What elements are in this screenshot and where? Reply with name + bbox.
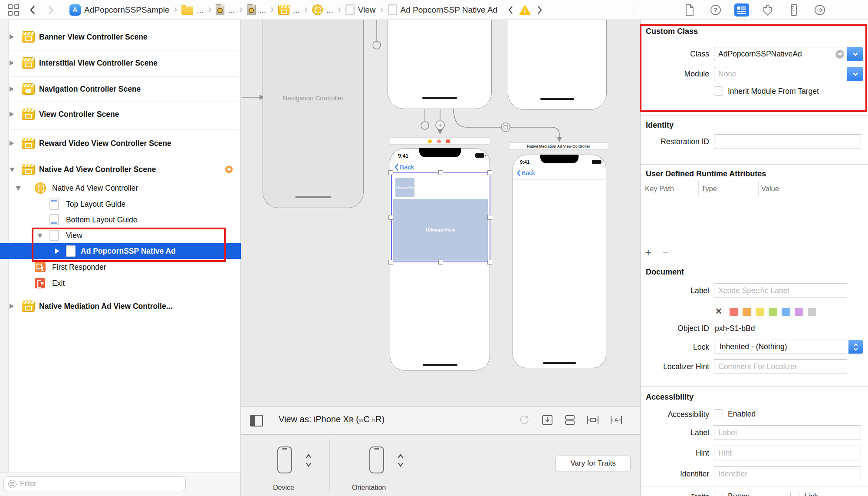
view-controller-dot-icon[interactable] xyxy=(428,139,432,143)
module-field[interactable] xyxy=(714,67,847,81)
restoration-id-input[interactable] xyxy=(714,135,861,149)
resize-handle[interactable] xyxy=(388,170,393,175)
resize-handle[interactable] xyxy=(388,260,393,265)
outline-row-interstitial-view-controller-scene[interactable]: Interstitial View Controller Scene xyxy=(0,55,241,71)
document-label-field[interactable] xyxy=(714,283,847,298)
identity-inspector-icon[interactable] xyxy=(734,3,749,17)
identifier-input[interactable] xyxy=(714,467,861,481)
label-color-swatch[interactable] xyxy=(743,308,751,316)
outline-row-native-ad-view-controller-scene[interactable]: Native Ad View Controller Scene xyxy=(0,162,241,177)
outline-row-banner-view-controller-scene[interactable]: Banner View Controller Scene xyxy=(0,29,241,45)
outline-row-reward-video-view-controller-scene[interactable]: Reward Video View Controller Scene xyxy=(0,136,241,151)
prev-issue-button[interactable] xyxy=(506,4,515,16)
back-nav-item[interactable]: Back xyxy=(395,163,414,171)
disclosure-triangle[interactable] xyxy=(55,248,59,254)
back-button[interactable] xyxy=(28,4,37,16)
connections-inspector-icon[interactable] xyxy=(812,3,827,17)
disclosure-triangle[interactable] xyxy=(16,186,21,191)
remove-attribute-button[interactable]: − xyxy=(662,246,669,259)
embed-icon[interactable] xyxy=(564,414,576,426)
attributes-inspector-icon[interactable] xyxy=(760,3,775,17)
disclosure-triangle[interactable] xyxy=(10,168,15,172)
breadcrumb-item[interactable]: ... xyxy=(181,5,204,15)
outline-row-view-controller-scene[interactable]: View Controller Scene xyxy=(0,106,241,122)
identifier-field[interactable] xyxy=(714,466,861,481)
disclosure-triangle[interactable] xyxy=(10,112,14,117)
orientation-stepper[interactable] xyxy=(397,453,404,468)
label-color-swatch[interactable] xyxy=(795,308,803,316)
native-ad-scene-phone[interactable]: 9:41 Back UIImageView UIImageView xyxy=(390,148,490,370)
breadcrumb-item[interactable]: ... xyxy=(216,4,235,15)
filter-field[interactable] xyxy=(3,476,186,491)
resize-handle[interactable] xyxy=(438,260,443,265)
disclosure-triangle[interactable] xyxy=(10,60,14,66)
device-stepper[interactable] xyxy=(305,453,312,468)
disclosure-triangle[interactable] xyxy=(10,304,14,309)
label-color-swatch[interactable] xyxy=(756,308,764,316)
breadcrumb-item[interactable]: ... xyxy=(247,4,266,15)
breadcrumb-item[interactable]: Ad PopcornSSP Native Ad xyxy=(388,4,498,15)
resize-handle[interactable] xyxy=(487,170,492,175)
accessibility-enabled-checkbox[interactable] xyxy=(714,409,723,418)
file-inspector-icon[interactable] xyxy=(682,3,697,17)
localizer-hint-field[interactable] xyxy=(714,359,847,374)
outline-row-native-mediation-ad-view-controlle[interactable]: Native Mediation Ad View Controlle... xyxy=(0,298,241,314)
scene-dock[interactable] xyxy=(390,137,490,145)
class-jump-arrow-icon[interactable] xyxy=(835,50,844,59)
warning-icon[interactable] xyxy=(519,5,531,15)
outline-toggle-icon[interactable] xyxy=(250,415,263,427)
top-scene-b[interactable] xyxy=(508,20,607,110)
trait-link-checkbox[interactable] xyxy=(790,492,799,496)
quick-help-inspector-icon[interactable]: ? xyxy=(708,3,723,17)
view-as-label[interactable]: View as: iPhone Xʀ (wC hR) xyxy=(279,414,385,424)
hint-input[interactable] xyxy=(714,446,861,460)
forward-button[interactable] xyxy=(46,4,56,16)
vary-for-traits-button[interactable]: Vary for Traits xyxy=(556,456,631,471)
disclosure-triangle[interactable] xyxy=(37,234,43,238)
disclosure-triangle[interactable] xyxy=(10,34,14,40)
class-input[interactable] xyxy=(714,47,847,61)
module-input[interactable] xyxy=(714,67,847,81)
resize-handle[interactable] xyxy=(438,170,443,175)
trait-button-checkbox[interactable] xyxy=(714,492,723,496)
class-dropdown-button[interactable] xyxy=(847,47,863,61)
update-frames-icon[interactable] xyxy=(541,414,553,426)
restoration-id-field[interactable] xyxy=(714,134,861,149)
outline-row-top-layout-guide[interactable]: Top Layout Guide xyxy=(0,196,241,212)
first-responder-dot-icon[interactable] xyxy=(437,139,441,143)
label-color-swatch[interactable] xyxy=(730,308,738,316)
outline-row-native-ad-view-controller[interactable]: Native Ad View Controller xyxy=(0,180,241,196)
inherit-module-checkbox[interactable] xyxy=(714,86,723,96)
align-icon[interactable] xyxy=(586,414,599,426)
navigation-controller-scene[interactable]: Navigation Controller xyxy=(263,20,364,208)
label-color-swatch[interactable] xyxy=(808,308,816,316)
device-phone-icon[interactable] xyxy=(277,446,292,473)
top-scene-a[interactable] xyxy=(388,20,492,109)
outline-row-navigation-controller-scene[interactable]: Navigation Controller Scene xyxy=(0,81,241,97)
accessibility-label-input[interactable] xyxy=(714,426,861,440)
breadcrumb-item[interactable]: AdPopcornSSPSample xyxy=(69,4,169,16)
outline-row-ad-popcornssp-native-ad[interactable]: Ad PopcornSSP Native Ad xyxy=(0,243,241,259)
back-nav-item[interactable]: Back xyxy=(517,169,535,176)
filter-input[interactable] xyxy=(20,479,168,488)
class-field[interactable] xyxy=(714,47,847,61)
lock-dropdown-stepper[interactable] xyxy=(848,340,863,354)
hint-field[interactable] xyxy=(714,446,861,460)
size-inspector-icon[interactable] xyxy=(786,3,801,17)
label-color-swatch[interactable] xyxy=(769,308,777,316)
storyboard-canvas[interactable]: Navigation Controller 9:41 Back UIImageV… xyxy=(241,20,640,406)
disclosure-triangle[interactable] xyxy=(10,141,14,146)
refresh-icon[interactable] xyxy=(519,414,531,426)
orientation-phone-icon[interactable] xyxy=(369,446,384,473)
outline-row-first-responder[interactable]: First Responder xyxy=(0,259,241,275)
next-issue-button[interactable] xyxy=(535,4,544,16)
disclosure-triangle[interactable] xyxy=(10,86,14,92)
accessibility-label-field[interactable] xyxy=(714,425,861,440)
outline-row-view[interactable]: View xyxy=(0,228,241,243)
outline-row-exit[interactable]: Exit xyxy=(0,275,241,291)
breadcrumb-item[interactable]: ... xyxy=(312,4,333,15)
clear-color-icon[interactable]: ✕ xyxy=(715,306,722,316)
label-color-swatch[interactable] xyxy=(782,308,790,316)
document-label-input[interactable] xyxy=(714,284,847,298)
module-dropdown-button[interactable] xyxy=(847,67,863,81)
